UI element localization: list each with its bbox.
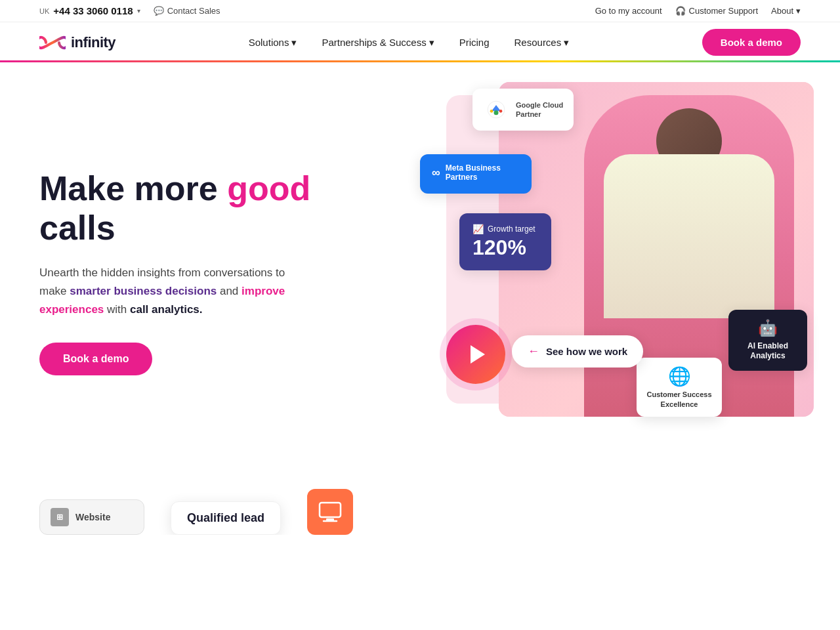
partnerships-chevron-icon: ▾ [429,37,434,49]
solutions-chevron-icon: ▾ [291,37,297,49]
hero-left: Make more good calls Unearth the hidden … [39,169,354,375]
hero-title-post: calls [39,209,116,247]
orange-card-icon [318,500,342,524]
book-demo-nav-button[interactable]: Book a demo [702,29,801,56]
google-cloud-badge: Google CloudPartner [472,89,574,131]
growth-label: Growth target [488,224,536,234]
contact-sales-link[interactable]: 💬 Contact Sales [154,6,220,16]
support-icon: 🎧 [675,6,686,16]
growth-value: 120% [472,236,538,260]
phone-number[interactable]: +44 33 3060 0118 [53,5,133,16]
svg-point-3 [499,110,503,113]
customer-badge-label: Customer Success Excellence [646,390,713,409]
uk-label: UK [39,7,49,15]
hero-desc-link1[interactable]: smarter business decisions [70,285,217,297]
ai-icon: 🤖 [739,319,797,337]
hero-title-pre: Make more [39,169,227,207]
contact-sales-icon: 💬 [154,6,164,16]
ai-badge-label: AI Enabled Analytics [739,341,797,362]
qualified-lead-label: Qualified lead [187,511,264,524]
growth-target-badge: 📈 Growth target 120% [459,213,551,270]
hero-image-area: Google CloudPartner ∞ Meta Business Part… [407,82,814,423]
svg-point-2 [490,110,494,113]
pricing-label: Pricing [459,37,490,48]
svg-rect-4 [320,503,341,517]
contact-sales-label: Contact Sales [167,6,220,16]
orange-card [307,489,353,535]
hero-desc-mid: and [217,285,242,297]
logo-icon [39,34,66,51]
hero-description: Unearth the hidden insights from convers… [39,264,315,319]
meta-icon: ∞ [432,166,440,180]
website-icon: ⊞ [51,508,69,526]
logo-text: infinity [71,34,116,51]
see-how-label: See how we work [546,346,627,357]
google-cloud-text: Google CloudPartner [516,100,563,119]
nav-links: Solutions ▾ Partnerships & Success ▾ Pri… [240,32,579,54]
customer-success-badge: 🌐 Customer Success Excellence [637,358,722,417]
bottom-teaser: ⊞ Website Qualified lead [0,469,840,535]
google-cloud-icon [487,100,505,119]
globe-icon: 🌐 [646,366,713,387]
solutions-label: Solutions [249,37,289,48]
go-to-account-link[interactable]: Go to my account [595,6,662,16]
hero-section: Make more good calls Unearth the hidden … [0,62,840,469]
hero-right: Google CloudPartner ∞ Meta Business Part… [354,102,801,443]
nav-pricing[interactable]: Pricing [450,32,499,53]
growth-target-icon: 📈 [472,224,484,234]
navbar: infinity Solutions ▾ Partnerships & Succ… [0,22,840,62]
top-bar: UK +44 33 3060 0118 ▾ 💬 Contact Sales Go… [0,0,840,22]
play-triangle-icon [471,345,485,364]
customer-support-link[interactable]: 🎧 Customer Support [675,6,759,16]
meta-business-badge: ∞ Meta Business Partners [420,154,532,194]
website-card: ⊞ Website [39,499,144,535]
about-link[interactable]: About ▾ [771,6,801,16]
phone-chevron-icon[interactable]: ▾ [137,7,140,14]
arrow-left-icon: ← [528,345,539,358]
nav-solutions[interactable]: Solutions ▾ [240,32,306,54]
hero-title-accent: good [227,169,310,207]
book-demo-hero-button[interactable]: Book a demo [39,343,152,375]
desktop-icon [318,500,342,524]
logo[interactable]: infinity [39,34,116,51]
about-chevron-icon: ▾ [796,6,801,16]
phone-group: UK +44 33 3060 0118 ▾ [39,5,140,16]
svg-point-1 [494,110,499,115]
customer-support-label: Customer Support [689,6,759,16]
resources-chevron-icon: ▾ [564,37,569,49]
hero-title: Make more good calls [39,169,354,248]
top-bar-left: UK +44 33 3060 0118 ▾ 💬 Contact Sales [39,5,220,16]
ai-analytics-badge: 🤖 AI Enabled Analytics [728,310,807,371]
qualified-lead-card: Qualified lead [171,501,281,535]
see-how-we-work-button[interactable]: ← See how we work [512,335,643,368]
nav-partnerships[interactable]: Partnerships & Success ▾ [312,32,443,54]
about-label: About [771,6,793,16]
website-label: Website [75,512,110,522]
meta-badge-title: Meta Business Partners [446,163,520,182]
play-button[interactable] [446,325,505,384]
partnerships-label: Partnerships & Success [322,37,426,48]
hero-desc-bold: call analytics. [130,303,203,316]
top-bar-right: Go to my account 🎧 Customer Support Abou… [595,6,801,16]
hero-desc-post: with [104,303,130,316]
nav-resources[interactable]: Resources ▾ [505,32,579,54]
resources-label: Resources [514,37,562,48]
